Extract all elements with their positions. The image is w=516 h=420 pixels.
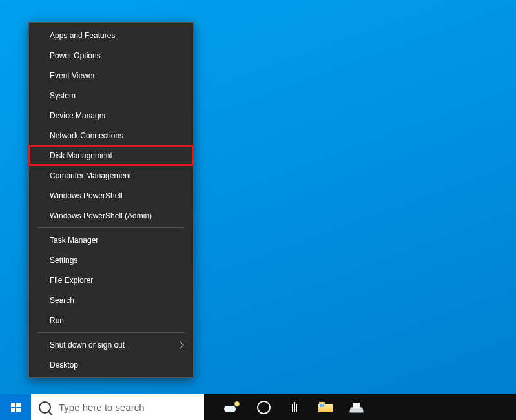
winx-item-windows-powershell-admin[interactable]: Windows PowerShell (Admin) (29, 205, 193, 226)
weather-icon (223, 401, 242, 414)
winx-item-run[interactable]: Run (29, 310, 193, 330)
disk-app-icon (350, 401, 363, 413)
cortana-button[interactable] (248, 394, 279, 420)
menu-item-label: Windows PowerShell (50, 191, 123, 200)
winx-item-task-manager[interactable]: Task Manager (29, 230, 193, 250)
winx-item-desktop[interactable]: Desktop (29, 355, 193, 375)
winx-power-user-menu: Apps and FeaturesPower OptionsEvent View… (28, 22, 194, 378)
file-explorer-taskbar-icon[interactable] (310, 394, 341, 420)
winx-item-device-manager[interactable]: Device Manager (29, 105, 193, 125)
search-placeholder-text: Type here to search (59, 402, 145, 413)
winx-item-file-explorer[interactable]: File Explorer (29, 270, 193, 290)
aomei-app-taskbar-icon[interactable] (341, 394, 372, 420)
winx-item-network-connections[interactable]: Network Connections (29, 125, 193, 145)
menu-item-label: Windows PowerShell (Admin) (50, 211, 152, 220)
menu-item-label: Disk Management (50, 151, 112, 160)
menu-item-label: Apps and Features (50, 31, 115, 40)
menu-item-label: Run (50, 316, 64, 325)
winx-item-disk-management[interactable]: Disk Management (29, 145, 193, 165)
winx-item-settings[interactable]: Settings (29, 250, 193, 270)
menu-item-label: Device Manager (50, 111, 106, 120)
winx-item-shut-down-or-sign-out[interactable]: Shut down or sign out (29, 335, 193, 355)
winx-item-power-options[interactable]: Power Options (29, 45, 193, 65)
menu-item-label: Settings (50, 256, 77, 265)
menu-item-label: Power Options (50, 51, 101, 60)
winx-item-computer-management[interactable]: Computer Management (29, 165, 193, 185)
menu-item-label: Task Manager (50, 236, 98, 245)
windows-logo-icon (11, 403, 21, 412)
menu-separator (38, 227, 184, 228)
menu-item-label: Computer Management (50, 171, 131, 180)
weather-widget[interactable] (217, 394, 248, 420)
winx-item-windows-powershell[interactable]: Windows PowerShell (29, 185, 193, 205)
winx-item-system[interactable]: System (29, 85, 193, 105)
task-view-icon (292, 402, 297, 412)
menu-item-label: Search (50, 296, 74, 305)
start-button[interactable] (0, 394, 31, 420)
winx-item-event-viewer[interactable]: Event Viewer (29, 65, 193, 85)
folder-icon (318, 402, 333, 412)
taskbar: Type here to search (0, 394, 516, 420)
chevron-right-icon (176, 341, 183, 348)
search-icon (39, 401, 51, 414)
task-view-button[interactable] (279, 394, 310, 420)
menu-item-label: Event Viewer (50, 71, 95, 80)
menu-separator (38, 332, 184, 333)
cortana-ring-icon (257, 401, 271, 414)
menu-item-label: System (50, 91, 76, 100)
menu-item-label: Network Connections (50, 131, 123, 140)
winx-item-search[interactable]: Search (29, 290, 193, 310)
menu-item-label: File Explorer (50, 276, 93, 285)
menu-item-label: Shut down or sign out (50, 341, 125, 350)
winx-item-apps-and-features[interactable]: Apps and Features (29, 25, 193, 45)
menu-item-label: Desktop (50, 361, 78, 370)
search-box[interactable]: Type here to search (31, 394, 204, 420)
